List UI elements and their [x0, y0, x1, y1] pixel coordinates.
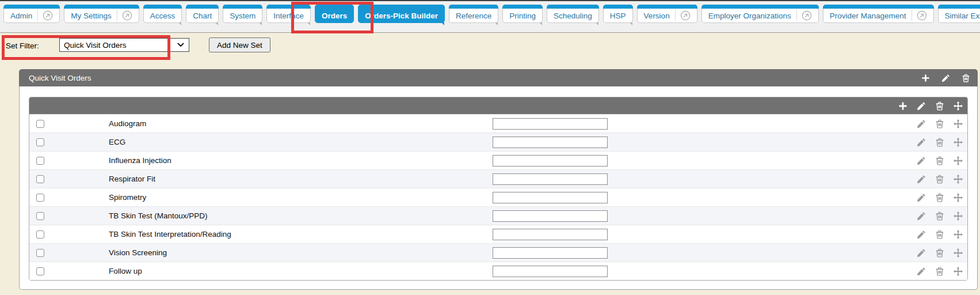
- tab-label: Orders: [322, 12, 347, 20]
- delete-trash-icon[interactable]: [935, 193, 944, 202]
- tab-access[interactable]: Access: [143, 5, 182, 23]
- table-row: Influenza Injection: [29, 151, 967, 169]
- row-action-icons: [917, 138, 967, 147]
- edit-pencil-icon[interactable]: [917, 267, 926, 276]
- order-text-input[interactable]: [493, 247, 608, 259]
- order-name: Audiogram: [109, 119, 493, 128]
- tab-employer-organizations[interactable]: Employer Organizations: [701, 5, 819, 23]
- order-text-input[interactable]: [493, 137, 608, 148]
- row-checkbox[interactable]: [36, 157, 44, 165]
- row-action-icons: [917, 156, 967, 165]
- edit-pencil-icon[interactable]: [917, 101, 926, 111]
- edit-pencil-icon[interactable]: [917, 248, 926, 258]
- tab-printing[interactable]: Printing: [502, 5, 543, 23]
- delete-trash-icon[interactable]: [935, 267, 944, 276]
- row-checkbox[interactable]: [36, 249, 44, 257]
- external-link-icon[interactable]: [917, 10, 927, 21]
- tab-system[interactable]: System: [223, 5, 262, 23]
- tab-provider-management[interactable]: Provider Management: [823, 5, 934, 23]
- tab-version[interactable]: Version: [637, 5, 697, 23]
- move-icon[interactable]: [954, 101, 963, 111]
- row-checkbox[interactable]: [36, 138, 44, 146]
- add-icon[interactable]: [921, 74, 930, 82]
- tab-scheduling[interactable]: Scheduling: [547, 5, 599, 23]
- orders-table-header: [29, 97, 967, 114]
- set-filter-bar: Set Filter: Quick Visit Orders Add New S…: [0, 33, 980, 61]
- delete-trash-icon[interactable]: [935, 101, 944, 111]
- move-icon[interactable]: [954, 248, 963, 258]
- delete-trash-icon[interactable]: [962, 74, 970, 82]
- tab-similar-exposure-groups[interactable]: Similar Exposure Groups (SEGs): [938, 5, 980, 23]
- edit-pencil-icon[interactable]: [941, 74, 950, 82]
- order-text-input[interactable]: [493, 192, 608, 203]
- row-checkbox[interactable]: [36, 230, 44, 239]
- tab-divider: [117, 10, 117, 21]
- chevron-down-icon: [177, 43, 184, 47]
- move-icon[interactable]: [954, 156, 963, 165]
- tab-orders[interactable]: Orders: [315, 5, 354, 23]
- delete-trash-icon[interactable]: [935, 175, 944, 184]
- row-checkbox[interactable]: [36, 267, 44, 275]
- row-checkbox[interactable]: [36, 194, 44, 202]
- delete-trash-icon[interactable]: [935, 248, 944, 258]
- edit-pencil-icon[interactable]: [917, 119, 926, 128]
- order-text-input[interactable]: [493, 173, 608, 185]
- tab-reference[interactable]: Reference: [449, 5, 498, 23]
- row-checkbox[interactable]: [36, 120, 44, 128]
- tab-my-settings[interactable]: My Settings: [64, 5, 139, 23]
- tab-chart[interactable]: Chart: [186, 5, 219, 23]
- row-action-icons: [917, 193, 967, 202]
- tab-label: Employer Organizations: [708, 12, 791, 20]
- external-link-icon[interactable]: [802, 10, 812, 21]
- edit-pencil-icon[interactable]: [917, 211, 926, 221]
- delete-trash-icon[interactable]: [935, 230, 944, 239]
- delete-trash-icon[interactable]: [935, 156, 944, 165]
- tab-label: Scheduling: [554, 12, 592, 20]
- tab-label: Chart: [193, 12, 212, 20]
- order-text-input[interactable]: [493, 229, 608, 240]
- move-icon[interactable]: [954, 193, 963, 202]
- row-action-icons: [917, 119, 967, 128]
- delete-trash-icon[interactable]: [935, 138, 944, 147]
- row-action-icons: [917, 267, 967, 276]
- order-name: Follow up: [109, 267, 493, 275]
- edit-pencil-icon[interactable]: [917, 193, 926, 202]
- edit-pencil-icon[interactable]: [917, 175, 926, 184]
- set-filter-select[interactable]: Quick Visit Orders: [59, 38, 189, 52]
- external-link-icon[interactable]: [680, 10, 691, 21]
- edit-pencil-icon[interactable]: [917, 156, 926, 165]
- add-icon[interactable]: [898, 101, 907, 111]
- order-text-input[interactable]: [493, 266, 608, 277]
- move-icon[interactable]: [954, 175, 963, 184]
- panel-title: Quick Visit Orders: [19, 74, 91, 82]
- external-link-icon[interactable]: [122, 10, 132, 21]
- delete-trash-icon[interactable]: [935, 119, 944, 128]
- row-checkbox[interactable]: [36, 175, 44, 183]
- tab-orders-pick-builder[interactable]: Orders-Pick Builder: [358, 5, 445, 23]
- tab-label: HSP: [610, 12, 626, 20]
- edit-pencil-icon[interactable]: [917, 138, 926, 147]
- move-icon[interactable]: [954, 211, 963, 221]
- tab-hsp[interactable]: HSP: [603, 5, 633, 23]
- admin-tab-bar: Admin My Settings Access Chart System In…: [0, 1, 980, 33]
- order-name: ECG: [109, 138, 493, 146]
- table-row: TB Skin Test Interpretation/Reading: [29, 225, 967, 243]
- order-text-input[interactable]: [493, 210, 608, 222]
- external-link-icon[interactable]: [43, 10, 53, 21]
- move-icon[interactable]: [954, 138, 963, 147]
- add-new-set-button[interactable]: Add New Set: [209, 37, 270, 52]
- set-filter-label: Set Filter:: [6, 41, 39, 50]
- table-row: TB Skin Test (Mantoux/PPD): [29, 206, 967, 225]
- move-icon[interactable]: [954, 230, 963, 239]
- order-name: Respirator Fit: [109, 175, 493, 183]
- tab-admin[interactable]: Admin: [3, 5, 60, 23]
- order-text-input[interactable]: [493, 118, 608, 130]
- delete-trash-icon[interactable]: [935, 211, 944, 221]
- edit-pencil-icon[interactable]: [917, 230, 926, 239]
- move-icon[interactable]: [954, 267, 963, 276]
- tab-interface[interactable]: Interface: [266, 5, 311, 23]
- panel-body: Audiogram ECG In: [19, 86, 978, 290]
- row-checkbox[interactable]: [36, 212, 44, 220]
- move-icon[interactable]: [954, 119, 963, 128]
- order-text-input[interactable]: [493, 155, 608, 167]
